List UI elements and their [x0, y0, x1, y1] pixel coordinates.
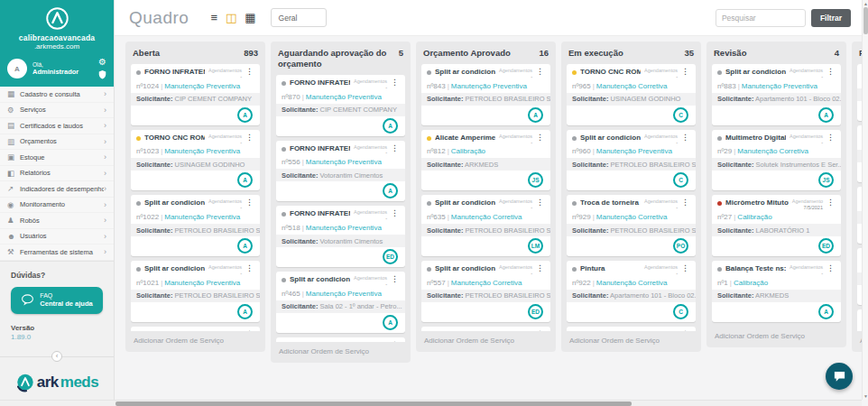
- maintenance-type-link[interactable]: Manutenção Corretiva: [737, 147, 808, 155]
- order-card[interactable]: Split ar condicionad...Agendamentos-⋮nº8…: [567, 327, 696, 331]
- sidebar-item-estoque[interactable]: ▣Estoque›: [0, 150, 114, 166]
- vertical-scroll-thumb[interactable]: [863, 7, 868, 34]
- sidebar-item-relatorios[interactable]: ◧Relatórios›: [0, 166, 114, 182]
- card-menu-icon[interactable]: ⋮: [390, 275, 400, 283]
- sidebar-item-monitoramento[interactable]: ◉Monitoramento›: [0, 198, 114, 214]
- settings-gear-icon[interactable]: ⚙: [98, 58, 106, 67]
- order-card[interactable]: Split ar condicionad...Agendamentos-⋮nº1…: [131, 195, 260, 256]
- add-order-button[interactable]: Adicionar Ordem de Serviço: [567, 331, 696, 346]
- card-menu-icon[interactable]: ⋮: [390, 144, 400, 152]
- horizontal-scrollbar[interactable]: [0, 400, 862, 406]
- maintenance-type-link[interactable]: Manutenção Preventiva: [306, 93, 382, 101]
- card-menu-icon[interactable]: ⋮: [680, 330, 690, 331]
- order-card[interactable]: Split ar condicionad...Agendamentos-⋮nº5…: [421, 261, 550, 322]
- maintenance-type-link[interactable]: Manutenção Corretiva: [596, 213, 668, 221]
- order-card[interactable]: Alicate Amperímetro ...Agendamentos-⋮nº8…: [421, 130, 550, 191]
- order-card[interactable]: Multimetro Digital F...Agendamentos-⋮nº2…: [712, 130, 841, 191]
- sidebar-item-servicos[interactable]: ⚙Serviços›: [0, 103, 114, 119]
- add-order-button[interactable]: Adicionar Ordem de Serviço: [421, 331, 550, 346]
- maintenance-type-link[interactable]: Manutenção Preventiva: [306, 290, 382, 298]
- sidebar-item-indicadores-de-desempenho[interactable]: ↗Indicadores de desempenho›: [0, 181, 114, 198]
- sidebar-item-robos[interactable]: ♟Robôs›: [0, 213, 114, 229]
- order-card[interactable]: Split ar condicionad...Agendamentos-⋮nº9…: [567, 130, 696, 191]
- maintenance-type-link[interactable]: Calibração: [737, 213, 771, 221]
- filter-button[interactable]: Filtrar: [811, 9, 851, 27]
- order-card[interactable]: Split ar condicionad...Agendamentos-⋮nº6…: [421, 195, 550, 256]
- order-card[interactable]: Troca de torneiraAgendamentos-⋮nº929|Man…: [567, 195, 696, 256]
- maintenance-type-link[interactable]: Manutenção Corretiva: [451, 213, 522, 221]
- card-menu-icon[interactable]: ⋮: [826, 264, 836, 272]
- maintenance-type-link[interactable]: Manutenção Preventiva: [164, 147, 240, 155]
- board-selector[interactable]: Geral: [271, 8, 327, 27]
- order-card[interactable]: PinturaAgendamentos-⋮nº922|Manutenção Co…: [567, 261, 696, 322]
- order-card[interactable]: FORNO INFRATEMP ROTA...Agendamentos-⋮nº5…: [276, 141, 405, 202]
- maintenance-type-link[interactable]: Manutenção Preventiva: [164, 213, 240, 221]
- shield-icon[interactable]: [98, 69, 106, 79]
- sidebar-collapse-toggle[interactable]: ‹: [51, 351, 62, 362]
- scroll-up-arrow-icon[interactable]: ▲: [863, 1, 868, 6]
- maintenance-type-link[interactable]: Manutenção Corretiva: [596, 82, 668, 90]
- sidebar-item-ferramentas-de-sistema[interactable]: ⚒Ferramentas de sistema›: [0, 245, 114, 261]
- maintenance-type-link[interactable]: Manutenção Preventiva: [596, 147, 672, 155]
- card-menu-icon[interactable]: ⋮: [680, 68, 690, 76]
- add-order-button[interactable]: Adicionar Ordem de Serviço: [131, 331, 260, 346]
- maintenance-type-link[interactable]: Manutenção Preventiva: [306, 158, 382, 166]
- sidebar-item-orcamentos[interactable]: ▥Orçamentos›: [0, 134, 114, 151]
- order-card[interactable]: Balança Teste ns: ...Agendamentos-⋮nº1|C…: [712, 261, 841, 322]
- card-menu-icon[interactable]: ⋮: [245, 198, 254, 207]
- scroll-down-arrow-icon[interactable]: ▼: [863, 393, 868, 399]
- order-card[interactable]: Split ar condicionad...Agendamentos-⋮nº1…: [131, 327, 260, 331]
- card-menu-icon[interactable]: ⋮: [680, 134, 690, 142]
- card-menu-icon[interactable]: ⋮: [390, 341, 400, 342]
- card-menu-icon[interactable]: ⋮: [535, 134, 545, 142]
- horizontal-scroll-thumb[interactable]: [115, 401, 632, 406]
- card-menu-icon[interactable]: ⋮: [245, 68, 254, 76]
- maintenance-type-link[interactable]: Manutenção Preventiva: [306, 224, 382, 232]
- maintenance-type-link[interactable]: Manutenção Preventiva: [164, 279, 240, 287]
- calendar-view-icon[interactable]: ▦: [245, 12, 255, 23]
- order-card[interactable]: Micrômetro Mitutoyo ...Agendamento7/5/20…: [712, 195, 841, 256]
- chat-button[interactable]: [826, 363, 853, 390]
- card-menu-icon[interactable]: ⋮: [535, 198, 545, 207]
- maintenance-type-link[interactable]: Calibração: [451, 147, 485, 155]
- order-card[interactable]: Split ar condicionad...Agendamentos-⋮nº8…: [421, 64, 550, 125]
- card-menu-icon[interactable]: ⋮: [245, 134, 254, 142]
- kanban-view-icon[interactable]: ◫: [226, 12, 236, 23]
- order-card[interactable]: FORNO INFRATEMP ROTA...Agendamentos-⋮nº5…: [276, 206, 405, 267]
- sidebar-item-cadastro-e-consulta[interactable]: ▦Cadastro e consulta›: [0, 87, 114, 103]
- maintenance-type-link[interactable]: Manutenção Corretiva: [451, 279, 522, 287]
- card-menu-icon[interactable]: ⋮: [245, 264, 254, 272]
- sidebar-item-usuarios[interactable]: ☻Usuários›: [0, 229, 114, 245]
- sidebar-item-certificados-e-laudos[interactable]: ▤Certificados e laudos›: [0, 118, 114, 134]
- order-card[interactable]: Split ar condicionad...Agendamentos-⋮nº4…: [276, 272, 405, 333]
- card-menu-icon[interactable]: ⋮: [390, 78, 400, 87]
- order-card[interactable]: FORNO INFRATEMP ROTA...Agendamentos-⋮nº8…: [276, 75, 405, 136]
- order-card[interactable]: TORNO CNC ROMI Centu...Agendamentos-⋮nº9…: [567, 64, 696, 125]
- card-menu-icon[interactable]: ⋮: [826, 198, 836, 207]
- order-card[interactable]: CMF100 Micro Motion ...Agendamentos-⋮nº1…: [276, 337, 405, 342]
- card-menu-icon[interactable]: ⋮: [826, 68, 836, 76]
- order-card[interactable]: PinturaAgendamentos-⋮nº263|Manutenção Co…: [421, 327, 550, 331]
- search-input[interactable]: [716, 9, 806, 27]
- vertical-scrollbar[interactable]: ▲ ▼: [862, 0, 868, 400]
- card-menu-icon[interactable]: ⋮: [535, 330, 545, 331]
- maintenance-type-link[interactable]: Manutenção Corretiva: [596, 279, 668, 287]
- order-card[interactable]: TORNO CNC ROMI Centu...Agendamentos-⋮nº1…: [131, 130, 260, 191]
- card-menu-icon[interactable]: ⋮: [535, 68, 545, 76]
- list-view-icon[interactable]: ≡: [210, 12, 217, 23]
- order-card[interactable]: Split ar condicionad...Agendamentos-⋮nº8…: [712, 64, 841, 125]
- add-order-button[interactable]: Adicionar Ordem de Serviço: [276, 342, 405, 357]
- card-menu-icon[interactable]: ⋮: [826, 134, 836, 142]
- card-menu-icon[interactable]: ⋮: [535, 264, 545, 272]
- maintenance-type-link[interactable]: Calibração: [734, 279, 768, 287]
- card-menu-icon[interactable]: ⋮: [390, 209, 400, 217]
- maintenance-type-link[interactable]: Manutenção Preventiva: [742, 82, 817, 90]
- maintenance-type-link[interactable]: Manutenção Preventiva: [451, 82, 527, 90]
- order-card[interactable]: FORNO INFRATEMP ROTA...Agendamentos-⋮nº1…: [131, 64, 260, 125]
- faq-help-button[interactable]: FAQ Central de ajuda: [11, 287, 103, 314]
- order-card[interactable]: Split ar condicionad...Agendamentos-⋮nº1…: [131, 261, 260, 322]
- add-order-button[interactable]: Adicionar Ordem de Serviço: [712, 327, 841, 342]
- maintenance-type-link[interactable]: Manutenção Preventiva: [164, 82, 240, 90]
- card-menu-icon[interactable]: ⋮: [680, 198, 690, 207]
- card-menu-icon[interactable]: ⋮: [680, 264, 690, 272]
